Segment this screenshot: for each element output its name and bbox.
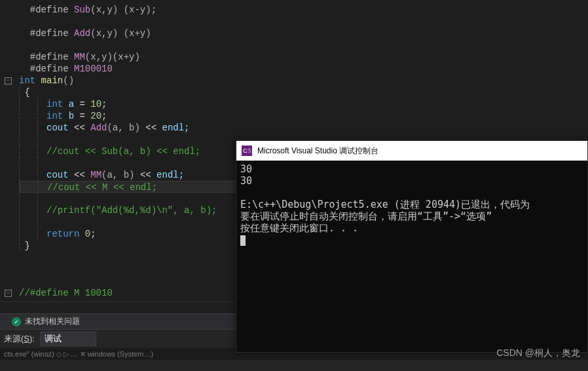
check-icon: ✓: [12, 317, 21, 326]
console-title-text: Microsoft Visual Studio 调试控制台: [257, 146, 378, 157]
fold-icon[interactable]: −: [0, 287, 16, 299]
debug-console-window[interactable]: C:\ Microsoft Visual Studio 调试控制台 30 30 …: [236, 140, 588, 353]
comment-line: //cout << M << endl;: [47, 182, 157, 193]
preproc-define: #define: [30, 5, 74, 15]
function-main: main: [35, 75, 63, 86]
console-titlebar[interactable]: C:\ Microsoft Visual Studio 调试控制台: [236, 141, 587, 161]
keyword-int: int: [19, 75, 35, 86]
status-text: 未找到相关问题: [25, 316, 80, 327]
console-cursor: [240, 235, 246, 246]
preproc-define: #define: [30, 28, 74, 39]
macro-body: (x,y) (x-y);: [90, 5, 156, 15]
watermark-text: CSDN @桐人，奥龙: [496, 347, 580, 359]
macro-body: (x,y) (x+y): [90, 28, 151, 39]
source-label: 来源(S):: [4, 333, 35, 345]
fold-icon[interactable]: −: [0, 75, 16, 87]
macro-name: Add: [74, 28, 90, 39]
macro-name: Sub: [74, 5, 90, 15]
macro-name: MM: [74, 52, 85, 62]
macro-name: M100010: [74, 64, 113, 74]
macro-body: (x,y)(x+y): [85, 52, 140, 62]
preproc-define: #define: [30, 52, 74, 62]
comment-line: //printf("Add(%d,%d)\n", a, b);: [46, 205, 217, 216]
source-select[interactable]: 调试: [40, 332, 96, 346]
comment-line: //cout << Sub(a, b) << endl;: [46, 146, 200, 157]
preproc-define: #define: [30, 64, 74, 74]
comment-line: //#define M 10010: [19, 288, 113, 298]
editor-gutter: − −: [0, 0, 16, 315]
vs-icon: C:\: [242, 146, 252, 156]
console-output: 30 30 E:\c++\Debug\Project5.exe (进程 2094…: [236, 161, 587, 248]
